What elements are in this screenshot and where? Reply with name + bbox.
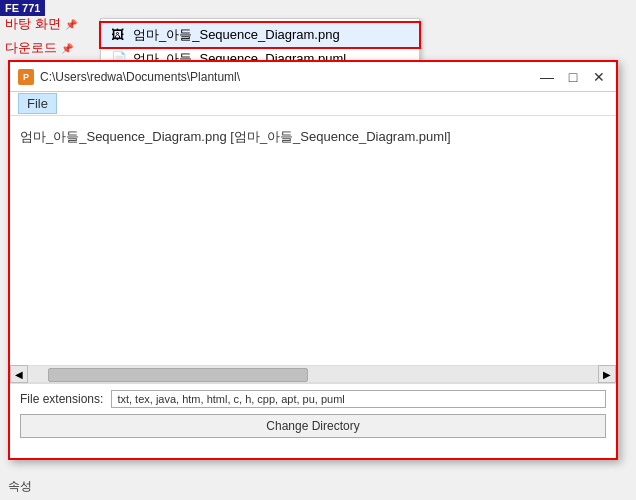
file-menu-item[interactable]: File xyxy=(18,93,57,114)
fe-badge: FE 771 xyxy=(0,0,45,16)
window-footer: File extensions: Change Directory xyxy=(10,383,616,458)
file-list-item-png[interactable]: 🖼 엄마_아들_Sequence_Diagram.png xyxy=(101,23,419,47)
left-menu-item-batak[interactable]: 바탕 화면 📌 xyxy=(5,15,77,33)
horizontal-scrollbar[interactable]: ◀ ▶ xyxy=(10,365,616,383)
png-file-icon: 🖼 xyxy=(111,27,127,43)
file-ext-input[interactable] xyxy=(111,390,606,408)
window-title-area: P C:\Users\redwa\Documents\Plantuml\ xyxy=(18,69,240,85)
scroll-right-arrow[interactable]: ▶ xyxy=(598,365,616,383)
pin-icon-download: 📌 xyxy=(61,43,73,54)
change-directory-button[interactable]: Change Directory xyxy=(20,414,606,438)
left-menu-label-batak: 바탕 화면 xyxy=(5,15,61,33)
window-controls: — □ ✕ xyxy=(538,68,608,86)
left-context-menu: 바탕 화면 📌 다운로드 📌 xyxy=(5,15,77,57)
scroll-thumb[interactable] xyxy=(48,368,308,382)
plantuml-app-icon: P xyxy=(18,69,34,85)
pin-icon-batak: 📌 xyxy=(65,19,77,30)
left-menu-label-download: 다운로드 xyxy=(5,39,57,57)
bottom-status-label: 속성 xyxy=(8,478,32,495)
scroll-track[interactable] xyxy=(28,366,598,382)
window-titlebar: P C:\Users\redwa\Documents\Plantuml\ — □… xyxy=(10,62,616,92)
window-menubar: File xyxy=(10,92,616,116)
file-name-png: 엄마_아들_Sequence_Diagram.png xyxy=(133,26,340,44)
plantuml-window: P C:\Users\redwa\Documents\Plantuml\ — □… xyxy=(8,60,618,460)
left-menu-item-download[interactable]: 다운로드 📌 xyxy=(5,39,77,57)
file-ext-label: File extensions: xyxy=(20,392,103,406)
close-button[interactable]: ✕ xyxy=(590,68,608,86)
maximize-button[interactable]: □ xyxy=(564,68,582,86)
window-title-text: C:\Users\redwa\Documents\Plantuml\ xyxy=(40,70,240,84)
window-main-content: 엄마_아들_Sequence_Diagram.png [엄마_아들_Sequen… xyxy=(10,116,616,158)
file-extensions-row: File extensions: xyxy=(20,390,606,408)
minimize-button[interactable]: — xyxy=(538,68,556,86)
scroll-left-arrow[interactable]: ◀ xyxy=(10,365,28,383)
open-file-name: 엄마_아들_Sequence_Diagram.png [엄마_아들_Sequen… xyxy=(20,129,451,144)
